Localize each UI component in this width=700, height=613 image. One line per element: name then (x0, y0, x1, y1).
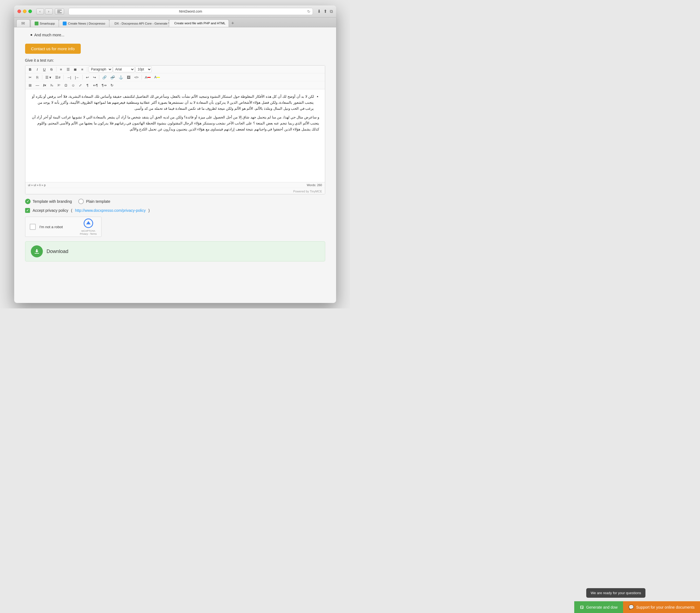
download-icon[interactable]: ⬇ (317, 9, 321, 14)
close-button[interactable] (17, 10, 21, 13)
tab-create-word-label: Create word file with PHP and HTML (174, 22, 226, 25)
create-news-favicon (63, 22, 67, 25)
forward-button[interactable]: › (45, 9, 53, 14)
link-button[interactable]: 🔗 (101, 74, 108, 80)
privacy-label: Accept privacy policy (33, 208, 68, 213)
download-bar: Download (25, 241, 325, 261)
font-color-button[interactable]: A (143, 74, 152, 80)
download-label: Download (47, 249, 68, 255)
tab-create-news[interactable]: Create News | Docxpresso (59, 19, 109, 27)
bold-button[interactable]: B (27, 66, 34, 72)
sep-3 (42, 75, 42, 80)
omega-button[interactable]: Ω (63, 82, 69, 88)
back-button[interactable]: ‹ (36, 9, 44, 14)
strikethrough-button[interactable]: S (48, 66, 55, 72)
align-center-button[interactable]: ☰ (65, 66, 71, 72)
tab-mail[interactable]: ✉ (16, 19, 30, 27)
recaptcha-box[interactable]: I'm not a robot reCAPTCHA Privacy - Term… (25, 217, 102, 237)
editor-paragraph-2: و ساعرض مثال حي لهذا، من منا لم يتحمل جه… (31, 114, 319, 132)
pilcrow-button[interactable]: ¶ (84, 82, 91, 88)
redo-button[interactable]: ↪ (91, 74, 98, 80)
undo-button[interactable]: ↩ (84, 74, 91, 80)
svg-rect-2 (57, 13, 62, 13)
custom-italic-button[interactable]: I× (41, 82, 48, 88)
sep-7 (142, 75, 142, 80)
superscript-button[interactable]: X² (56, 82, 62, 88)
nav-buttons: ‹ › (36, 9, 53, 14)
tab-bar: ✉ Smartsupp Create News | Docxpresso DX … (14, 17, 336, 27)
recaptcha-sub: Privacy - Terms (80, 233, 97, 236)
recaptcha-label: I'm not a robot (40, 225, 77, 229)
ordered-list-button[interactable]: ☰# (53, 74, 62, 80)
hr-button[interactable]: — (34, 82, 41, 88)
maximize-button[interactable] (28, 10, 32, 13)
powered-by-text: Powered by TinyMCE (293, 190, 322, 193)
align-justify-button[interactable]: ≣ (72, 66, 79, 72)
subscript-button[interactable]: X₂ (49, 82, 55, 88)
rtl-button[interactable]: ⇐¶ (91, 82, 100, 88)
toolbar-row-3: ⊞ — I× X₂ X² Ω ☺ ⤢ ¶ ⇐¶ ¶⇒ ↻ (25, 81, 325, 89)
template-options: Template with branding Plain template (25, 199, 325, 204)
unlink-button[interactable]: 🔗 (109, 74, 117, 80)
minimize-button[interactable] (23, 10, 26, 13)
sidebar-toggle-button[interactable] (55, 9, 64, 14)
tab-smartsupp[interactable]: Smartsupp (30, 19, 59, 27)
browser-window: ‹ › html2word.com ↻ ⬇ ⬆ ⧉ ✉ Smartsupp (14, 5, 336, 303)
font-select[interactable]: Arial (113, 66, 135, 72)
traffic-lights (17, 10, 32, 13)
fullscreen-button[interactable]: ⤢ (77, 82, 84, 88)
bullet-item-text: And much more... (35, 33, 65, 37)
mail-icon: ✉ (21, 21, 25, 26)
outdent-button[interactable]: |← (74, 74, 81, 80)
cut-button[interactable]: ✂ (27, 74, 34, 80)
privacy-checkbox[interactable] (25, 208, 30, 213)
table-button[interactable]: ⊞ (27, 82, 34, 88)
reload-button[interactable]: ↻ (109, 82, 115, 88)
url-text: html2word.com (179, 10, 202, 13)
tabs-icon[interactable]: ⧉ (330, 9, 333, 14)
svg-rect-1 (57, 11, 60, 12)
align-left-button[interactable]: ≡ (58, 66, 64, 72)
new-tab-button[interactable]: + (230, 19, 236, 27)
size-select[interactable]: 10pt (135, 66, 152, 72)
emoji-button[interactable]: ☺ (70, 82, 77, 88)
anchor-button[interactable]: ⚓ (117, 74, 125, 80)
recaptcha-checkbox[interactable] (30, 224, 36, 230)
copy-button[interactable]: ⎘ (34, 74, 41, 80)
tab-dx-api[interactable]: DX - Docxpresso API Core - Generate Word… (109, 19, 169, 27)
image-button[interactable]: 🖼 (125, 74, 132, 80)
privacy-link[interactable]: http://www.docxpresso.com/privacy-policy (75, 208, 146, 213)
privacy-paren-close: ) (148, 208, 150, 213)
format-select[interactable]: Paragraph (89, 66, 113, 72)
editor-content-area[interactable]: لكن لا بد أن أوضح لك أن كل هذه الأفكار ا… (25, 89, 325, 182)
underline-button[interactable]: U (41, 66, 48, 72)
recaptcha-brand: reCAPTCHA (81, 230, 95, 233)
align-right-button[interactable]: ≡ (79, 66, 85, 72)
branding-label: Template with branding (33, 199, 72, 204)
url-bar[interactable]: html2word.com ↻ (68, 8, 313, 15)
plain-radio-empty[interactable] (78, 199, 84, 204)
ltr-button[interactable]: ¶⇒ (100, 82, 108, 88)
refresh-icon[interactable]: ↻ (307, 9, 311, 14)
highlight-button[interactable]: A (153, 74, 161, 80)
share-icon[interactable]: ⬆ (323, 9, 327, 14)
main-content: And much more... Contact us for more inf… (14, 27, 336, 273)
tab-dx-label: DX - Docxpresso API Core - Generate Word… (115, 22, 169, 25)
editor-paragraph-1: لكن لا بد أن أوضح لك أن كل هذه الأفكار ا… (31, 94, 314, 112)
contact-button[interactable]: Contact us for more info (25, 44, 81, 54)
editor-status-bar: ul » ul » li » p Words: 260 (25, 182, 325, 188)
sep-5 (82, 75, 83, 80)
branding-radio-selected[interactable] (25, 199, 30, 204)
titlebar: ‹ › html2word.com ↻ ⬇ ⬆ ⧉ (14, 5, 336, 17)
tab-create-news-label: Create News | Docxpresso (68, 22, 105, 25)
template-branding-option[interactable]: Template with branding (25, 199, 72, 204)
editor-toolbar: B I U S ≡ ☰ ≣ ≡ Paragraph Arial (25, 65, 325, 89)
tab-create-word[interactable]: Create word file with PHP and HTML (169, 19, 229, 27)
code-button[interactable]: </> (133, 74, 140, 80)
recaptcha-icon (83, 218, 93, 230)
unordered-list-button[interactable]: ☰ ▾ (44, 74, 53, 80)
smartsupp-favicon (35, 22, 38, 25)
indent-button[interactable]: →| (65, 74, 72, 80)
italic-button[interactable]: I (34, 66, 41, 72)
template-plain-option[interactable]: Plain template (78, 199, 110, 204)
